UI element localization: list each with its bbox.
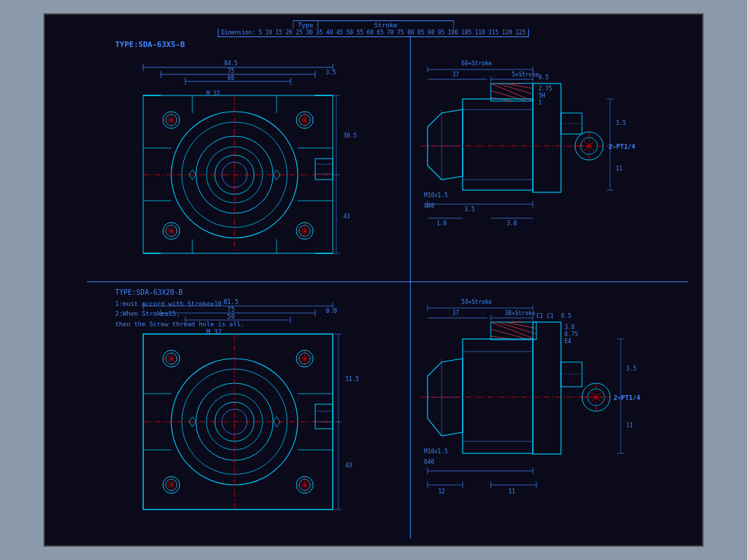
svg-text:11: 11 [508, 488, 515, 495]
svg-text:51.5: 51.5 [345, 376, 359, 382]
svg-text:0.0: 0.0 [326, 307, 337, 314]
svg-line-203 [491, 329, 529, 340]
svg-text:3.5: 3.5 [326, 69, 336, 76]
svg-text:0.5: 0.5 [538, 74, 549, 81]
svg-text:60+Stroke: 60+Stroke [461, 60, 492, 67]
svg-text:59+Stroke: 59+Stroke [461, 299, 492, 305]
svg-text:1.8: 1.8 [437, 220, 447, 227]
svg-text:δ40: δ40 [424, 459, 435, 465]
svg-text:2.75: 2.75 [538, 86, 552, 92]
svg-text:38+Stroke: 38+Stroke [505, 310, 536, 316]
subtitle-row: Dimension: 5 10 15 20 25 30 35 40 45 50 … [218, 29, 529, 37]
svg-rect-215 [561, 362, 582, 387]
svg-rect-55 [315, 159, 333, 180]
bottom-right-drawing: 59+Stroke 37 38+Stroke C1 C1 0.5 3.0 8.7… [421, 295, 687, 555]
svg-text:43: 43 [343, 213, 350, 220]
svg-text:C1: C1 [536, 313, 543, 319]
svg-line-201 [505, 322, 536, 328]
svg-text:2-PT1/4: 2-PT1/4 [614, 394, 641, 401]
type-label-top: TYPE:SDA-63X5-B [115, 40, 185, 49]
top-left-drawing: 84.5 75 3.5 60 M 37 [101, 57, 382, 274]
svg-rect-96 [533, 84, 561, 192]
svg-text:δ40: δ40 [424, 203, 435, 209]
svg-text:3.8: 3.8 [507, 220, 517, 227]
svg-rect-93 [463, 99, 533, 190]
svg-text:1: 1 [538, 100, 542, 106]
drawing-container: Type Stroke Dimension: 5 10 15 20 25 30 … [44, 13, 703, 547]
svg-text:0.5: 0.5 [561, 313, 571, 319]
svg-rect-211 [463, 339, 533, 453]
svg-text:8.75: 8.75 [564, 331, 578, 338]
svg-text:5H: 5H [538, 93, 546, 99]
svg-text:2-PT1/4: 2-PT1/4 [609, 143, 636, 150]
svg-text:11: 11 [616, 166, 623, 172]
svg-text:E4: E4 [564, 338, 571, 345]
svg-text:3.5: 3.5 [465, 206, 475, 213]
svg-text:30.5: 30.5 [343, 133, 357, 139]
svg-text:5+Stroke: 5+Stroke [512, 72, 539, 78]
svg-text:3.0: 3.0 [564, 324, 575, 331]
svg-text:75: 75 [227, 306, 235, 313]
svg-text:81.5: 81.5 [223, 298, 239, 305]
svg-text:C1: C1 [547, 313, 554, 319]
h-divider [87, 281, 688, 282]
svg-text:84.5: 84.5 [224, 60, 237, 67]
svg-text:75: 75 [227, 68, 234, 74]
svg-text:43: 43 [345, 462, 352, 469]
svg-line-83 [505, 84, 533, 88]
svg-text:60: 60 [227, 75, 234, 81]
svg-text:12: 12 [438, 488, 445, 495]
svg-marker-90 [428, 109, 463, 180]
svg-text:11: 11 [626, 422, 633, 429]
svg-text:M10x1.5: M10x1.5 [424, 448, 448, 455]
svg-rect-175 [315, 404, 333, 429]
svg-text:37: 37 [452, 310, 459, 316]
svg-text:M10x1.5: M10x1.5 [424, 192, 448, 199]
svg-text:M 37: M 37 [206, 91, 220, 97]
svg-text:50: 50 [227, 313, 235, 320]
top-right-drawing: 60+Stroke 37 5+Stroke 0.5 2.75 5H 1 [421, 57, 687, 274]
v-divider [410, 36, 411, 538]
svg-text:3.5: 3.5 [626, 366, 637, 372]
svg-rect-214 [533, 322, 561, 454]
bottom-left-drawing: 81.5 75 0.0 50 M 37 [101, 295, 382, 541]
svg-text:3.5: 3.5 [616, 120, 626, 126]
svg-text:37: 37 [452, 72, 459, 78]
